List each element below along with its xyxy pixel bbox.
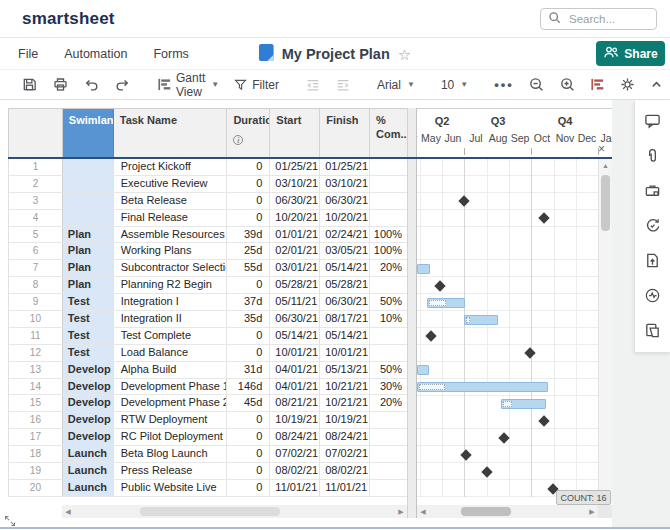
gantt-milestone-diamond[interactable]: [538, 212, 549, 223]
cell-swimlane[interactable]: Launch: [63, 480, 114, 496]
cell-row-number[interactable]: 8: [9, 277, 63, 293]
cell-start-date[interactable]: 05/11/21: [270, 294, 320, 310]
cell-swimlane[interactable]: [63, 159, 114, 175]
cell-start-date[interactable]: 10/19/21: [270, 412, 320, 428]
cell-percent-complete[interactable]: 100%: [370, 227, 407, 243]
font-size-selector[interactable]: 10 ▼: [434, 73, 475, 97]
cell-duration[interactable]: 0: [227, 412, 270, 428]
undo-button[interactable]: [76, 73, 107, 97]
cell-percent-complete[interactable]: [370, 176, 407, 192]
cell-task-name[interactable]: Executive Review: [114, 176, 228, 192]
cell-swimlane[interactable]: Test: [63, 294, 114, 310]
cell-start-date[interactable]: 03/01/21: [270, 260, 320, 276]
grid-gantt-splitter[interactable]: [407, 108, 417, 518]
cell-finish-date[interactable]: 10/19/21: [320, 412, 370, 428]
cell-swimlane[interactable]: Launch: [63, 446, 114, 462]
cell-finish-date[interactable]: 07/02/21: [320, 446, 370, 462]
cell-finish-date[interactable]: 03/05/21: [320, 243, 370, 259]
cell-start-date[interactable]: 05/14/21: [270, 328, 320, 344]
cell-row-number[interactable]: 2: [9, 176, 63, 192]
cell-duration[interactable]: 35d: [227, 311, 270, 327]
menu-automation[interactable]: Automation: [64, 47, 127, 61]
cell-start-date[interactable]: 04/01/21: [270, 379, 320, 395]
indent-button[interactable]: [328, 73, 358, 97]
cell-percent-complete[interactable]: [370, 277, 407, 293]
gantt-task-bar[interactable]: [501, 399, 546, 409]
favorite-star-icon[interactable]: ☆: [398, 47, 411, 62]
cell-percent-complete[interactable]: 20%: [370, 395, 407, 411]
cell-finish-date[interactable]: 05/14/21: [320, 260, 370, 276]
cell-percent-complete[interactable]: [370, 480, 407, 496]
gantt-task-bar[interactable]: [417, 365, 429, 375]
scroll-right-icon[interactable]: ▶: [395, 505, 407, 518]
cell-task-name[interactable]: Subcontractor Selection: [114, 260, 228, 276]
cell-row-number[interactable]: 10: [9, 311, 63, 327]
cell-finish-date[interactable]: 11/01/21: [320, 480, 370, 496]
info-icon[interactable]: i: [233, 135, 243, 145]
cell-row-number[interactable]: 1: [9, 159, 63, 175]
cell-percent-complete[interactable]: 30%: [370, 379, 407, 395]
cell-duration[interactable]: 0: [227, 480, 270, 496]
cell-percent-complete[interactable]: 20%: [370, 260, 407, 276]
cell-percent-complete[interactable]: [370, 463, 407, 479]
close-gantt-icon[interactable]: ×: [598, 143, 605, 155]
cell-duration[interactable]: 0: [227, 345, 270, 361]
font-family-selector[interactable]: Arial ▼: [370, 73, 422, 97]
cell-task-name[interactable]: Project Kickoff: [114, 159, 228, 175]
gantt-task-bar[interactable]: [427, 298, 465, 308]
cell-task-name[interactable]: Assemble Resources: [114, 227, 228, 243]
cell-finish-date[interactable]: 10/01/21: [320, 345, 370, 361]
cell-percent-complete[interactable]: [370, 429, 407, 445]
cell-task-name[interactable]: Test Complete: [114, 328, 228, 344]
cell-start-date[interactable]: 02/01/21: [270, 243, 320, 259]
share-button[interactable]: Share: [596, 41, 665, 66]
cell-duration[interactable]: 0: [227, 193, 270, 209]
cell-start-date[interactable]: 04/01/21: [270, 362, 320, 378]
cell-row-number[interactable]: 13: [9, 362, 63, 378]
gantt-milestone-diamond[interactable]: [460, 449, 471, 460]
cell-row-number[interactable]: 18: [9, 446, 63, 462]
column-header-finish[interactable]: Finish: [320, 109, 370, 157]
cell-task-name[interactable]: Final Release: [114, 210, 228, 226]
cell-task-name[interactable]: Press Release: [114, 463, 228, 479]
cell-swimlane[interactable]: Develop: [63, 412, 114, 428]
save-button[interactable]: [14, 73, 45, 97]
cell-duration[interactable]: 146d: [227, 379, 270, 395]
cell-duration[interactable]: 0: [227, 429, 270, 445]
cell-task-name[interactable]: Public Website Live: [114, 480, 228, 496]
cell-finish-date[interactable]: 03/10/21: [320, 176, 370, 192]
cell-task-name[interactable]: Working Plans: [114, 243, 228, 259]
cell-start-date[interactable]: 01/25/21: [270, 159, 320, 175]
cell-finish-date[interactable]: 05/13/21: [320, 362, 370, 378]
cell-duration[interactable]: 55d: [227, 260, 270, 276]
cell-percent-complete[interactable]: 50%: [370, 362, 407, 378]
cell-row-number[interactable]: 9: [9, 294, 63, 310]
gantt-milestone-diamond[interactable]: [498, 432, 509, 443]
column-header-start[interactable]: Start: [270, 109, 320, 157]
cell-task-name[interactable]: Load Balance: [114, 345, 228, 361]
cell-swimlane[interactable]: Test: [63, 311, 114, 327]
scrollbar-thumb[interactable]: [601, 175, 610, 231]
filter-button[interactable]: Filter: [226, 73, 286, 97]
cell-task-name[interactable]: RC Pilot Deployment: [114, 429, 228, 445]
gantt-milestone-diamond[interactable]: [434, 280, 445, 291]
cell-start-date[interactable]: 10/20/21: [270, 210, 320, 226]
proofs-icon[interactable]: [644, 181, 662, 199]
redo-button[interactable]: [107, 73, 138, 97]
cell-duration[interactable]: 45d: [227, 395, 270, 411]
scrollbar-thumb[interactable]: [140, 507, 280, 516]
cell-task-name[interactable]: RTW Deployment: [114, 412, 228, 428]
cell-duration[interactable]: 0: [227, 446, 270, 462]
cell-duration[interactable]: 0: [227, 210, 270, 226]
attachments-icon[interactable]: [644, 146, 662, 164]
cell-row-number[interactable]: 3: [9, 193, 63, 209]
cell-finish-date[interactable]: 08/02/21: [320, 463, 370, 479]
cell-start-date[interactable]: 07/02/21: [270, 446, 320, 462]
cell-finish-date[interactable]: 02/24/21: [320, 227, 370, 243]
cell-swimlane[interactable]: Test: [63, 328, 114, 344]
cell-task-name[interactable]: Alpha Build: [114, 362, 228, 378]
cell-percent-complete[interactable]: 50%: [370, 294, 407, 310]
cell-finish-date[interactable]: 08/24/21: [320, 429, 370, 445]
cell-percent-complete[interactable]: 10%: [370, 311, 407, 327]
cell-task-name[interactable]: Beta Release: [114, 193, 228, 209]
